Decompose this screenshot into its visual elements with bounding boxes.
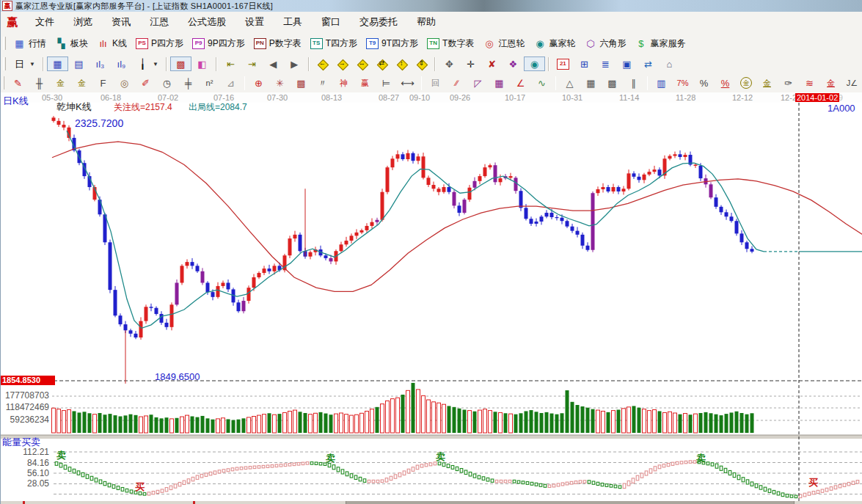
- 9p-square-button[interactable]: P99P四方形: [188, 36, 249, 51]
- marker-pen-tool[interactable]: ✐: [135, 76, 156, 90]
- 9t-square-button[interactable]: T99T四方形: [362, 36, 423, 51]
- remote-assist-button[interactable]: ⌂: [659, 56, 680, 71]
- menu-item-help[interactable]: 帮助: [409, 13, 443, 31]
- elastic-band-zoom-button[interactable]: ▦: [47, 56, 68, 71]
- triangle-tool[interactable]: △: [559, 76, 580, 90]
- info-board-button[interactable]: ▤: [68, 56, 90, 71]
- flag-tool[interactable]: ⊿: [220, 76, 241, 90]
- hexagon-button[interactable]: ⬡六角形: [580, 36, 630, 51]
- t-square-button[interactable]: TST四方形: [306, 36, 362, 51]
- fan-square-tool[interactable]: ◸: [467, 76, 489, 90]
- last-page-button[interactable]: ⇥: [241, 56, 263, 71]
- kline-period-selector-button[interactable]: 日▼: [9, 56, 40, 71]
- winner-service-button[interactable]: $赢家服务: [630, 36, 690, 51]
- candle-style-selector-button[interactable]: ╽▼: [132, 56, 163, 71]
- gold-ratio-grid-1-button[interactable]: 金: [50, 76, 71, 90]
- menu-item-browse[interactable]: 浏览: [66, 13, 100, 31]
- pan-left-button[interactable]: ←: [313, 57, 332, 71]
- horizontal-scrollbar[interactable]: [1, 501, 862, 504]
- menu-item-news[interactable]: 资讯: [104, 13, 138, 31]
- prev-candle-button[interactable]: ◀: [263, 56, 284, 71]
- market-quotes-button[interactable]: ▦行情: [9, 36, 51, 51]
- menu-logo-icon: 赢: [7, 15, 18, 29]
- radial-web-tool[interactable]: ✳: [269, 76, 291, 90]
- save-button[interactable]: ▣: [616, 56, 638, 71]
- square-frame-tool[interactable]: 回: [425, 76, 446, 90]
- bar-3-chart-button[interactable]: ıl₃: [90, 56, 111, 71]
- scrollbar-thumb[interactable]: [346, 501, 795, 504]
- 9t-square-icon: T9: [366, 38, 379, 49]
- spiral-tool[interactable]: ◎: [114, 76, 135, 90]
- bar-9-chart-button[interactable]: ıl₉: [111, 56, 132, 71]
- next-candle-button[interactable]: ▶: [284, 56, 305, 71]
- percent-line-tool[interactable]: %: [715, 76, 736, 90]
- kline-chart-button[interactable]: ılıK线: [92, 36, 131, 51]
- shen-grid-tool[interactable]: 神: [333, 76, 354, 90]
- gold-circle-tool[interactable]: 金: [736, 76, 756, 90]
- winner-wheel-button[interactable]: ◉赢家轮: [529, 36, 580, 51]
- p-square-button[interactable]: PSP四方形: [131, 36, 188, 51]
- menu-item-gann[interactable]: 江恩: [142, 13, 176, 31]
- fibonacci-grid-button[interactable]: F: [92, 76, 114, 90]
- matrix-grid-1-button[interactable]: ▦: [580, 76, 602, 90]
- wave-tool[interactable]: ∿: [531, 76, 552, 90]
- parallel-lines-tool[interactable]: ∥: [623, 76, 644, 90]
- menu-item-trade[interactable]: 交易委托: [352, 13, 405, 31]
- p-number-table-button[interactable]: PNP数字表: [249, 36, 306, 51]
- time-cycle-tool[interactable]: ◷: [156, 76, 178, 90]
- title-bar[interactable]: 赢 赢家江恩专业版[赢家内部服务平台] - [上证指数 SH1A0001-167…: [1, 0, 862, 12]
- fit-vertical-button[interactable]: ⇕: [412, 57, 431, 71]
- send-data-button[interactable]: ⇄: [638, 56, 659, 71]
- calendar-21-button[interactable]: 21: [552, 57, 574, 71]
- menu-item-settings[interactable]: 设置: [238, 13, 271, 31]
- hand-drag-tool[interactable]: ✥: [439, 56, 460, 71]
- channel-wave-tool[interactable]: ≋: [799, 76, 820, 90]
- p-square-icon: PS: [136, 38, 148, 49]
- web-square-tool[interactable]: ▦: [489, 76, 510, 90]
- crosshair-tool[interactable]: ✛: [460, 56, 481, 71]
- gann-target-tool[interactable]: ⊕: [248, 76, 269, 90]
- pan-right-button[interactable]: →: [332, 57, 352, 71]
- dense-grid-tool[interactable]: ╪: [178, 76, 199, 90]
- percent-7-tool[interactable]: 7%: [672, 76, 693, 90]
- chart-area[interactable]: [1, 103, 862, 501]
- price-grid-tool[interactable]: ╫: [29, 76, 50, 90]
- gold-line-tool[interactable]: 金: [756, 76, 778, 90]
- angle-j-tool[interactable]: J∠: [841, 76, 862, 90]
- menu-item-file[interactable]: 文件: [28, 13, 62, 31]
- notepad-button[interactable]: ≣: [595, 56, 616, 71]
- n-square-tool[interactable]: n²: [199, 76, 220, 90]
- column-stat-tool[interactable]: ▥: [651, 76, 672, 90]
- expand-vertical-button[interactable]: ↕: [392, 57, 412, 71]
- dense-grid-tool-icon: ╪: [182, 77, 194, 89]
- percent-tool[interactable]: %: [693, 76, 715, 90]
- gann-web-tool[interactable]: ❖: [503, 56, 524, 71]
- menu-item-tools[interactable]: 工具: [276, 13, 310, 31]
- ruler-123-tool[interactable]: ⊨: [376, 76, 397, 90]
- square-web-tool[interactable]: ▩: [291, 76, 312, 90]
- menu-item-window[interactable]: 窗口: [314, 13, 348, 31]
- fan-lines-tool[interactable]: ∕∕: [446, 76, 467, 90]
- gold-ratio-grid-2-button[interactable]: 金: [71, 76, 92, 90]
- quote-mark-tool[interactable]: 〃: [312, 76, 333, 90]
- gann-wheel-button[interactable]: ◎江恩轮: [478, 36, 529, 51]
- brush-tool[interactable]: ✑: [778, 76, 799, 90]
- t-number-table-button[interactable]: TNT数字表: [423, 36, 478, 51]
- menu-item-formula-select[interactable]: 公式选股: [180, 13, 233, 31]
- first-page-button[interactable]: ⇤: [220, 56, 241, 71]
- matrix-grid-2-button[interactable]: ▩: [602, 76, 623, 90]
- dropdown-caret-icon: ▼: [153, 61, 158, 67]
- gold-underline-tool[interactable]: 金: [820, 76, 841, 90]
- color-ribbon-button[interactable]: ◧: [191, 56, 213, 71]
- trend-angle-tool[interactable]: ∠: [510, 76, 531, 90]
- erase-line-tool[interactable]: ✘: [481, 56, 503, 71]
- smart-analysis-button[interactable]: ◉: [524, 56, 545, 71]
- width-measure-tool[interactable]: ⟷: [397, 76, 418, 90]
- calculator-button[interactable]: ⊞: [574, 56, 595, 71]
- expand-horizontal-button[interactable]: ↔: [352, 57, 372, 71]
- red-pen-tool[interactable]: ✎: [7, 76, 29, 90]
- pattern-search-button[interactable]: ▩: [170, 56, 191, 71]
- ying-grid-tool[interactable]: 赢: [354, 76, 376, 90]
- shrink-horizontal-button[interactable]: ⇄: [372, 57, 392, 71]
- sector-blocks-button[interactable]: ▚板块: [51, 36, 92, 51]
